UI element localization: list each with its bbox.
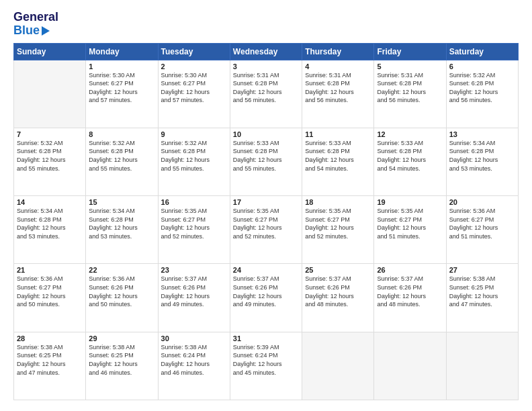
day-info: Sunrise: 5:37 AM Sunset: 6:26 PM Dayligh… [233,275,299,308]
logo-arrow-icon [42,26,50,36]
day-number: 12 [377,130,443,138]
day-number: 7 [17,130,83,138]
header: General Blue [13,11,519,38]
day-number: 18 [305,198,371,206]
day-number: 4 [305,62,371,71]
calendar-cell: 5Sunrise: 5:31 AM Sunset: 6:28 PM Daylig… [374,60,446,128]
calendar-cell: 10Sunrise: 5:33 AM Sunset: 6:28 PM Dayli… [230,128,302,195]
day-info: Sunrise: 5:31 AM Sunset: 6:28 PM Dayligh… [377,71,443,105]
logo-text: General [13,11,58,24]
day-number: 21 [17,266,83,274]
calendar-cell: 12Sunrise: 5:33 AM Sunset: 6:28 PM Dayli… [374,128,446,195]
calendar-cell: 26Sunrise: 5:37 AM Sunset: 6:26 PM Dayli… [374,264,446,332]
calendar-cell: 19Sunrise: 5:35 AM Sunset: 6:27 PM Dayli… [374,196,446,264]
calendar-cell: 29Sunrise: 5:38 AM Sunset: 6:25 PM Dayli… [86,332,158,400]
day-number: 8 [89,130,154,138]
logo: General Blue [13,11,58,38]
calendar-cell: 13Sunrise: 5:34 AM Sunset: 6:28 PM Dayli… [446,128,518,195]
day-info: Sunrise: 5:39 AM Sunset: 6:24 PM Dayligh… [233,343,299,377]
day-info: Sunrise: 5:33 AM Sunset: 6:28 PM Dayligh… [305,139,371,173]
logo-general: General [13,10,58,24]
day-info: Sunrise: 5:38 AM Sunset: 6:24 PM Dayligh… [161,343,227,377]
day-info: Sunrise: 5:38 AM Sunset: 6:25 PM Dayligh… [449,275,515,308]
calendar-week-row: 7Sunrise: 5:32 AM Sunset: 6:28 PM Daylig… [14,128,519,195]
calendar-cell: 20Sunrise: 5:36 AM Sunset: 6:27 PM Dayli… [446,196,518,264]
day-number: 3 [233,62,299,71]
day-info: Sunrise: 5:36 AM Sunset: 6:26 PM Dayligh… [89,275,154,308]
day-number: 5 [377,62,443,71]
day-number: 23 [161,266,227,274]
day-number: 29 [89,334,154,342]
day-number: 15 [89,198,154,206]
logo-blue: Blue [13,24,40,38]
day-info: Sunrise: 5:32 AM Sunset: 6:28 PM Dayligh… [17,139,83,173]
calendar-cell [374,332,446,400]
calendar-cell: 6Sunrise: 5:32 AM Sunset: 6:28 PM Daylig… [446,60,518,128]
day-number: 13 [449,130,515,138]
day-info: Sunrise: 5:35 AM Sunset: 6:27 PM Dayligh… [161,207,227,240]
day-number: 17 [233,198,299,206]
day-number: 19 [377,198,443,206]
day-info: Sunrise: 5:35 AM Sunset: 6:27 PM Dayligh… [377,207,443,240]
calendar-cell: 1Sunrise: 5:30 AM Sunset: 6:27 PM Daylig… [86,60,158,128]
calendar-cell: 25Sunrise: 5:37 AM Sunset: 6:26 PM Dayli… [302,264,374,332]
day-info: Sunrise: 5:36 AM Sunset: 6:27 PM Dayligh… [17,275,83,308]
day-info: Sunrise: 5:31 AM Sunset: 6:28 PM Dayligh… [305,71,371,105]
day-info: Sunrise: 5:34 AM Sunset: 6:28 PM Dayligh… [17,207,83,240]
day-number: 30 [161,334,227,342]
day-info: Sunrise: 5:32 AM Sunset: 6:28 PM Dayligh… [449,71,515,105]
day-info: Sunrise: 5:33 AM Sunset: 6:28 PM Dayligh… [377,139,443,173]
calendar-cell: 11Sunrise: 5:33 AM Sunset: 6:28 PM Dayli… [302,128,374,195]
day-info: Sunrise: 5:37 AM Sunset: 6:26 PM Dayligh… [377,275,443,308]
calendar-cell: 4Sunrise: 5:31 AM Sunset: 6:28 PM Daylig… [302,60,374,128]
col-header-thursday: Thursday [302,43,374,60]
day-number: 16 [161,198,227,206]
day-info: Sunrise: 5:37 AM Sunset: 6:26 PM Dayligh… [305,275,371,308]
day-number: 27 [449,266,515,274]
col-header-saturday: Saturday [446,43,518,60]
col-header-monday: Monday [86,43,158,60]
calendar-cell: 3Sunrise: 5:31 AM Sunset: 6:28 PM Daylig… [230,60,302,128]
col-header-sunday: Sunday [14,43,86,60]
calendar-cell: 22Sunrise: 5:36 AM Sunset: 6:26 PM Dayli… [86,264,158,332]
day-number: 11 [305,130,371,138]
day-info: Sunrise: 5:36 AM Sunset: 6:27 PM Dayligh… [449,207,515,240]
day-number: 24 [233,266,299,274]
calendar-cell: 8Sunrise: 5:32 AM Sunset: 6:28 PM Daylig… [86,128,158,195]
calendar-week-row: 14Sunrise: 5:34 AM Sunset: 6:28 PM Dayli… [14,196,519,264]
calendar-header-row: SundayMondayTuesdayWednesdayThursdayFrid… [14,43,519,60]
calendar-cell: 27Sunrise: 5:38 AM Sunset: 6:25 PM Dayli… [446,264,518,332]
day-info: Sunrise: 5:30 AM Sunset: 6:27 PM Dayligh… [161,71,227,105]
calendar-cell: 31Sunrise: 5:39 AM Sunset: 6:24 PM Dayli… [230,332,302,400]
day-number: 9 [161,130,227,138]
day-number: 25 [305,266,371,274]
day-number: 2 [161,62,227,71]
calendar-cell: 15Sunrise: 5:34 AM Sunset: 6:28 PM Dayli… [86,196,158,264]
calendar-table: SundayMondayTuesdayWednesdayThursdayFrid… [13,43,519,400]
day-number: 14 [17,198,83,206]
day-info: Sunrise: 5:31 AM Sunset: 6:28 PM Dayligh… [233,71,299,105]
day-number: 28 [17,334,83,342]
calendar-cell: 16Sunrise: 5:35 AM Sunset: 6:27 PM Dayli… [158,196,230,264]
day-number: 22 [89,266,154,274]
day-number: 31 [233,334,299,342]
calendar-cell: 28Sunrise: 5:38 AM Sunset: 6:25 PM Dayli… [14,332,86,400]
day-info: Sunrise: 5:30 AM Sunset: 6:27 PM Dayligh… [89,71,154,105]
day-info: Sunrise: 5:35 AM Sunset: 6:27 PM Dayligh… [305,207,371,240]
day-info: Sunrise: 5:34 AM Sunset: 6:28 PM Dayligh… [89,207,154,240]
calendar-cell [302,332,374,400]
calendar-cell [446,332,518,400]
day-info: Sunrise: 5:32 AM Sunset: 6:28 PM Dayligh… [161,139,227,173]
calendar-cell: 2Sunrise: 5:30 AM Sunset: 6:27 PM Daylig… [158,60,230,128]
day-number: 20 [449,198,515,206]
calendar-cell: 7Sunrise: 5:32 AM Sunset: 6:28 PM Daylig… [14,128,86,195]
day-info: Sunrise: 5:32 AM Sunset: 6:28 PM Dayligh… [89,139,154,173]
calendar-cell [14,60,86,128]
calendar-week-row: 1Sunrise: 5:30 AM Sunset: 6:27 PM Daylig… [14,60,519,128]
calendar-cell: 30Sunrise: 5:38 AM Sunset: 6:24 PM Dayli… [158,332,230,400]
col-header-tuesday: Tuesday [158,43,230,60]
day-info: Sunrise: 5:35 AM Sunset: 6:27 PM Dayligh… [233,207,299,240]
day-info: Sunrise: 5:37 AM Sunset: 6:26 PM Dayligh… [161,275,227,308]
calendar-cell: 18Sunrise: 5:35 AM Sunset: 6:27 PM Dayli… [302,196,374,264]
day-info: Sunrise: 5:38 AM Sunset: 6:25 PM Dayligh… [17,343,83,377]
